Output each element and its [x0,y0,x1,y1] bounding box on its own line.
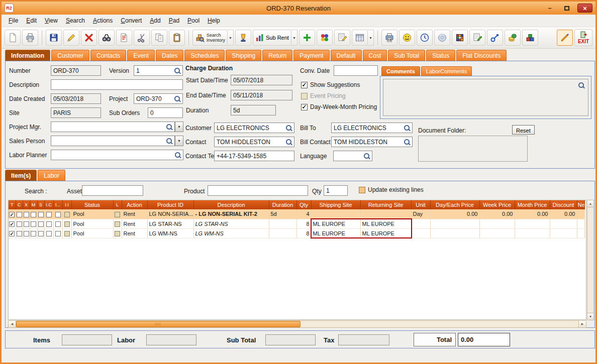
cell-shipping-site[interactable]: ML EUROPE [311,228,360,238]
item-row[interactable]: ✓ Pool Rent LG NON-SERIA... - LG NON-SER… [9,209,584,219]
cell-status[interactable]: Pool [71,228,113,238]
row-checkbox[interactable] [55,212,61,217]
menu-convert[interactable]: Convert [117,16,146,26]
cell-shipping-site[interactable] [311,209,360,219]
cell-duration[interactable] [269,228,296,238]
edit-button[interactable] [63,30,79,46]
paste-button[interactable] [169,30,185,46]
row-checkbox[interactable] [38,231,44,236]
reset-button[interactable]: Reset [512,125,535,135]
row-checkbox[interactable]: ✓ [9,231,15,236]
cell-discount[interactable] [550,219,577,228]
labor-planner-search-icon[interactable] [174,152,181,159]
sales-person-dropdown[interactable]: ▼ [175,136,183,146]
sub-rent-button[interactable]: Sub Rent [253,30,291,46]
duration-field[interactable]: 5d [231,105,276,115]
update-existing-lines-checkbox[interactable]: Update existing lines [359,186,424,193]
row-checkbox[interactable]: ✓ [9,221,15,227]
contact-field[interactable]: TOM HIDDLESTON [214,137,294,147]
cell-month-price[interactable] [515,228,550,238]
cell-action[interactable]: Rent [122,209,147,219]
bill-to-field[interactable]: LG ELECTRONICS [331,123,413,133]
minimize-button[interactable]: – [543,4,556,13]
tab-labor[interactable]: Labor [38,170,65,181]
cell-qty[interactable]: 8 [296,219,311,228]
product-search-input[interactable] [208,185,308,196]
row-checkbox[interactable] [46,212,52,217]
tab-labor-comments[interactable]: LaborComments [421,66,472,76]
tab-customer[interactable]: Customer [51,50,89,61]
row-checkbox[interactable] [17,231,22,236]
bill-to-search-icon[interactable] [404,125,411,132]
row-checkbox[interactable] [17,221,22,227]
scroll-down-arrow[interactable]: ▼ [587,313,593,320]
cell-day-each-price[interactable]: 0.00 [430,209,479,219]
sales-person-field[interactable] [51,136,175,146]
row-checkbox[interactable] [38,212,44,217]
key-link-button[interactable] [487,30,503,46]
cell-action[interactable]: Rent [122,228,147,238]
menu-search[interactable]: Search [62,16,89,26]
bill-contact-field[interactable]: TOM HIDDLESTON [331,137,413,147]
description-field[interactable] [51,79,183,90]
row-checkbox[interactable] [46,221,52,227]
cell-duration[interactable] [269,219,296,228]
search-inventory-dropdown[interactable]: ▼ [228,30,234,46]
edit-note-green-button[interactable] [469,30,485,46]
customer-search-icon[interactable] [285,125,292,132]
language-search-icon[interactable] [363,153,370,160]
project-field[interactable]: ORD-370 [134,93,183,104]
horizontal-scrollbar[interactable]: ◄ ► [8,320,586,328]
row-checkbox[interactable] [31,212,36,217]
item-row[interactable]: ✓ Pool Rent LG STAR-NS LG STAR-NS [9,219,584,228]
labor-planner-field[interactable] [51,150,183,160]
copy-button[interactable] [151,30,167,46]
version-field[interactable]: 1 [134,65,183,76]
scroll-up-arrow[interactable]: ▲ [587,200,593,207]
contact-search-icon[interactable] [285,139,292,146]
row-checkbox[interactable] [31,231,36,236]
row-checkbox[interactable] [115,231,120,236]
tab-shipping[interactable]: Shipping [226,50,261,61]
exit-button[interactable]: EXIT [574,29,592,46]
tab-default[interactable]: Default [331,50,362,61]
tab-sub-total[interactable]: Sub Total [388,50,425,61]
sub-rent-dropdown[interactable]: ▼ [291,30,297,46]
scroll-left-arrow[interactable]: ◄ [9,321,16,327]
menu-help[interactable]: Help [204,16,224,26]
time-button[interactable] [417,30,433,46]
tab-status[interactable]: Status [426,50,455,61]
cell-returning-site[interactable] [360,209,411,219]
menu-view[interactable]: View [41,16,62,26]
tab-contacts[interactable]: Contacts [90,50,126,61]
cell-status[interactable]: Pool [71,209,113,219]
tab-return[interactable]: Return [262,50,292,61]
blocks-button[interactable] [522,30,538,46]
row-checkbox[interactable] [17,212,22,217]
tab-comments[interactable]: Comments [381,66,420,76]
tab-items[interactable]: Item(s) [5,170,37,181]
tab-schedules[interactable]: Schedules [184,50,225,61]
row-checkbox[interactable] [64,231,70,236]
cell-qty[interactable]: 8 [296,228,311,238]
menu-pad[interactable]: Pad [165,16,183,26]
start-date-field[interactable]: 05/07/2018 [231,75,292,85]
row-checkbox[interactable] [115,221,120,227]
scroll-right-arrow[interactable]: ► [578,321,586,327]
cell-description[interactable]: LG WM-NS [193,228,269,238]
new-document-button[interactable] [5,30,21,46]
cd-button[interactable] [434,30,450,46]
cell-product-id[interactable]: LG NON-SERIA... [147,209,193,219]
row-checkbox[interactable] [64,221,70,227]
language-field[interactable] [333,151,372,161]
print-button[interactable] [22,30,38,46]
print-labels-button[interactable] [381,30,397,46]
row-checkbox[interactable] [31,221,36,227]
number-field[interactable]: ORD-370 [51,65,101,76]
cell-month-price[interactable] [515,219,550,228]
cell-product-id[interactable]: LG STAR-NS [147,219,193,228]
row-checkbox[interactable] [115,212,120,217]
conv-date-field[interactable] [334,65,378,76]
row-checkbox[interactable] [64,212,70,217]
cell-returning-site[interactable]: ML EUROPE [360,228,411,238]
